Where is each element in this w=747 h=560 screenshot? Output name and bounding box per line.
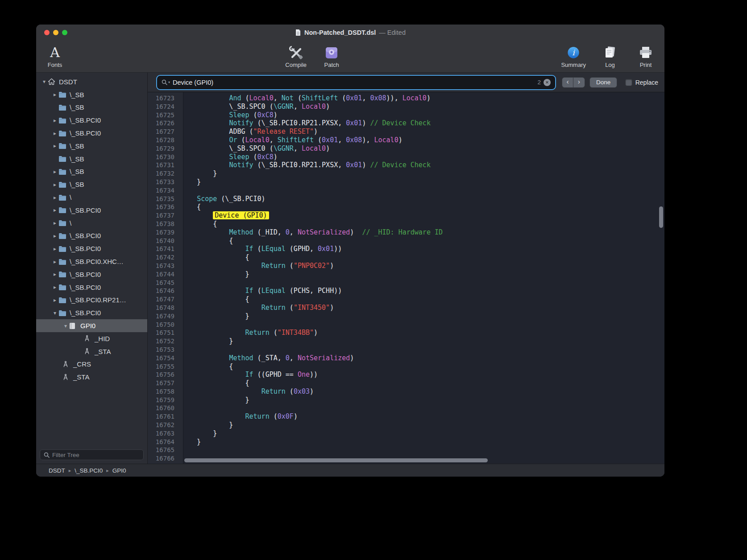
tree-item-sbpci0[interactable]: ▸\_SB.PCI0 bbox=[36, 230, 147, 243]
code-text[interactable]: } bbox=[179, 337, 233, 346]
disclosure-triangle-icon[interactable]: ▸ bbox=[51, 169, 58, 175]
disclosure-triangle-icon[interactable]: ▸ bbox=[51, 194, 58, 201]
code-text[interactable]: If ((GPHD == One)) bbox=[179, 371, 318, 379]
code-text[interactable]: Return (0x0F) bbox=[179, 412, 298, 421]
code-text[interactable] bbox=[179, 454, 181, 463]
replace-checkbox[interactable] bbox=[625, 79, 632, 86]
code-text[interactable]: Notify (\_SB.PCI0.RP21.PXSX, 0x01) // De… bbox=[179, 161, 431, 169]
code-text[interactable] bbox=[179, 404, 181, 412]
tree-item-sb[interactable]: ▸\_SB bbox=[36, 165, 147, 178]
filter-tree-input[interactable] bbox=[52, 452, 140, 458]
tree-item-sta[interactable]: _STA bbox=[36, 371, 147, 383]
code-text[interactable]: Return (0x03) bbox=[179, 387, 314, 396]
tree-item-sbpci0[interactable]: ▸\_SB.PCI0 bbox=[36, 242, 147, 255]
code-text[interactable]: { bbox=[179, 379, 249, 387]
code-text[interactable]: } bbox=[179, 396, 249, 404]
tree-item-sb[interactable]: ▸\_SB bbox=[36, 88, 147, 101]
code-text[interactable]: If (LEqual (GPHD, 0x01)) bbox=[179, 245, 342, 253]
code-text[interactable]: { bbox=[179, 237, 233, 245]
code-text[interactable]: ADBG ("Release RESET") bbox=[179, 128, 318, 136]
search-scope-menu[interactable]: ▾ bbox=[162, 79, 170, 85]
disclosure-triangle-icon[interactable]: ▸ bbox=[51, 259, 58, 265]
disclosure-triangle-icon[interactable]: ▸ bbox=[51, 220, 58, 226]
minimize-button[interactable] bbox=[53, 30, 58, 35]
vertical-scrollbar-thumb[interactable] bbox=[659, 206, 663, 228]
find-input[interactable] bbox=[173, 79, 535, 86]
code-area[interactable]: 16723 And (Local0, Not (ShiftLeft (0x01,… bbox=[148, 92, 664, 464]
code-text[interactable]: { bbox=[179, 203, 201, 211]
code-text[interactable]: Sleep (0xC8) bbox=[179, 153, 278, 161]
code-text[interactable]: } bbox=[179, 169, 217, 178]
find-previous-button[interactable]: ‹ bbox=[562, 77, 573, 88]
code-text[interactable]: Method (_STA, 0, NotSerialized) bbox=[179, 354, 354, 362]
code-text[interactable]: If (LEqual (PCHS, PCHH)) bbox=[179, 287, 342, 295]
horizontal-scrollbar-thumb[interactable] bbox=[184, 458, 488, 462]
code-text[interactable]: { bbox=[179, 362, 233, 371]
code-text[interactable]: Method (_HID, 0, NotSerialized) // _HID:… bbox=[179, 228, 443, 237]
done-button[interactable]: Done bbox=[589, 77, 617, 88]
disclosure-triangle-icon[interactable]: ▾ bbox=[41, 78, 48, 85]
code-text[interactable] bbox=[179, 446, 181, 454]
horizontal-scrollbar[interactable] bbox=[184, 458, 658, 463]
code-text[interactable] bbox=[179, 279, 181, 287]
code-text[interactable]: Notify (\_SB.PCI0.RP21.PXSX, 0x01) // De… bbox=[179, 119, 431, 128]
tree-item-sbpci0[interactable]: ▸\_SB.PCI0 bbox=[36, 281, 147, 294]
code-text[interactable]: Sleep (0xC8) bbox=[179, 111, 278, 119]
disclosure-triangle-icon[interactable]: ▸ bbox=[51, 271, 58, 277]
code-text[interactable]: \_SB.SPC0 (\GGNR, Local0) bbox=[179, 144, 330, 153]
tree-item-sbpci0[interactable]: ▸\_SB.PCI0 bbox=[36, 268, 147, 281]
code-text[interactable] bbox=[179, 321, 181, 329]
code-text[interactable]: { bbox=[179, 253, 249, 262]
disclosure-triangle-icon[interactable]: ▸ bbox=[51, 181, 58, 188]
tree-item-[interactable]: ▸\ bbox=[36, 191, 147, 204]
tree-item-hid[interactable]: _HID bbox=[36, 332, 147, 345]
compile-button[interactable]: Compile bbox=[284, 45, 307, 68]
disclosure-triangle-icon[interactable]: ▾ bbox=[51, 310, 58, 316]
disclosure-triangle-icon[interactable]: ▸ bbox=[51, 284, 58, 290]
tree-item-crs[interactable]: _CRS bbox=[36, 358, 147, 371]
find-next-button[interactable]: › bbox=[573, 77, 585, 88]
tree-item-sb[interactable]: \_SB bbox=[36, 152, 147, 165]
tree-item-sta[interactable]: _STA bbox=[36, 345, 147, 358]
disclosure-triangle-icon[interactable]: ▸ bbox=[51, 117, 58, 124]
code-text[interactable]: Return ("INT34BB") bbox=[179, 329, 318, 337]
code-text[interactable]: And (Local0, Not (ShiftLeft (0x01, 0x08)… bbox=[179, 94, 431, 103]
tree-item-sbpci0[interactable]: ▸\_SB.PCI0 bbox=[36, 114, 147, 127]
code-text[interactable]: } bbox=[179, 421, 233, 429]
fonts-button[interactable]: A Fonts bbox=[43, 45, 66, 68]
breadcrumb-item[interactable]: DSDT bbox=[49, 467, 65, 474]
log-button[interactable]: Log bbox=[598, 45, 622, 68]
tree-item-[interactable]: ▸\ bbox=[36, 217, 147, 230]
breadcrumb-item[interactable]: GPI0 bbox=[112, 467, 126, 474]
breadcrumb-item[interactable]: \_SB.PCI0 bbox=[75, 467, 103, 474]
disclosure-triangle-icon[interactable]: ▸ bbox=[51, 233, 58, 239]
disclosure-triangle-icon[interactable]: ▸ bbox=[51, 207, 58, 213]
find-field[interactable]: ▾ 2 ✕ bbox=[158, 76, 555, 89]
tree-item-sbpci0[interactable]: ▸\_SB.PCI0 bbox=[36, 127, 147, 140]
zoom-button[interactable] bbox=[62, 30, 67, 35]
code-text[interactable]: } bbox=[179, 178, 201, 186]
tree-item-sbpci0xhc[interactable]: ▸\_SB.PCI0.XHC… bbox=[36, 255, 147, 268]
code-text[interactable]: \_SB.SPC0 (\GGNR, Local0) bbox=[179, 103, 330, 111]
code-text[interactable]: { bbox=[179, 220, 217, 228]
title-bar[interactable]: Non-Patched_DSDT.dsl — Edited bbox=[36, 25, 664, 41]
tree-item-sbpci0[interactable]: ▸\_SB.PCI0 bbox=[36, 204, 147, 217]
tree-item-sbpci0[interactable]: ▾\_SB.PCI0 bbox=[36, 306, 147, 319]
vertical-scrollbar[interactable] bbox=[659, 93, 664, 458]
disclosure-triangle-icon[interactable]: ▾ bbox=[62, 323, 69, 329]
tree-item-sb[interactable]: ▸\_SB bbox=[36, 140, 147, 152]
patch-button[interactable]: Patch bbox=[320, 45, 343, 68]
code-text[interactable]: } bbox=[179, 270, 249, 279]
close-button[interactable] bbox=[44, 30, 50, 35]
code-text[interactable]: } bbox=[179, 312, 249, 321]
code-text[interactable]: } bbox=[179, 429, 217, 438]
tree-item-gpi0[interactable]: ▾GPI0 bbox=[36, 319, 147, 332]
code-text[interactable]: Return ("INT3450") bbox=[179, 304, 334, 312]
disclosure-triangle-icon[interactable]: ▸ bbox=[51, 91, 58, 98]
code-text[interactable]: Return ("PNP0C02") bbox=[179, 262, 334, 270]
disclosure-triangle-icon[interactable]: ▸ bbox=[51, 297, 58, 303]
code-text[interactable]: } bbox=[179, 438, 201, 446]
disclosure-triangle-icon[interactable]: ▸ bbox=[51, 246, 58, 252]
code-text[interactable] bbox=[179, 346, 181, 354]
code-text[interactable] bbox=[179, 186, 181, 195]
